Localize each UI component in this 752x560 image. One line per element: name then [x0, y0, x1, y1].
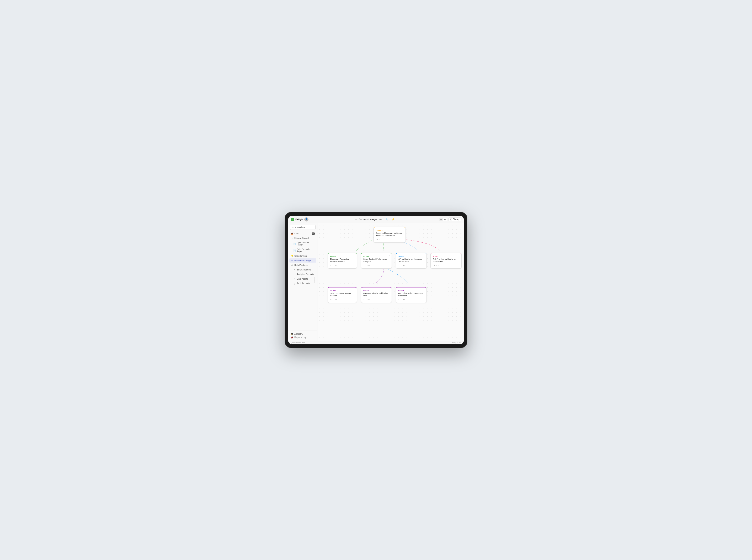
app-logo: D — [291, 218, 294, 221]
status-bar: Quick Menu ⌘+K Delight 2.1 — [288, 341, 464, 344]
card-tag-opp: OPP-321 — [376, 229, 403, 231]
card-sp-321[interactable]: SP-321 Risk Analytics for Blockchain Tra… — [430, 253, 462, 268]
card-tag-da-b: DA-321 — [363, 289, 389, 292]
card-stat-down: ↓ 12 — [367, 299, 370, 301]
card-stat-down: ↓ 12 — [334, 264, 337, 266]
mission-control-icon: ✦ — [291, 237, 293, 239]
opportunities-icon: 💡 — [291, 255, 293, 257]
sidebar-item-tech-products[interactable]: △ Tech Products — [289, 281, 316, 285]
display-button[interactable]: ◫ Display — [448, 218, 461, 221]
sidebar-item-report-bug[interactable]: 🐞 Report a bug — [290, 336, 315, 339]
bug-icon: 🐞 — [291, 336, 293, 339]
card-title-tp: API for Blockchain Insurance Transaction… — [398, 258, 424, 263]
report-bug-label: Report a bug — [294, 336, 306, 339]
top-bar-left: D Delight 👤 — [291, 217, 312, 221]
card-da-321-a[interactable]: DA-321 Smart Contract Execution Records … — [328, 287, 357, 303]
sidebar-item-opportunities-report[interactable]: 📄 Opportunities Report — [289, 241, 316, 247]
data-assets-icon: ○ — [293, 278, 296, 280]
card-footer-sp: ↑ 1 ↓ 12 — [433, 264, 459, 266]
card-stat-up: ↑ 1 — [363, 264, 366, 266]
grid-view-button[interactable]: ▦ — [439, 218, 443, 221]
card-ap-321-a[interactable]: AP-321 Blockchain Transaction Analysis P… — [328, 253, 357, 268]
more-options-button[interactable]: ··· — [378, 217, 383, 222]
display-label: Display — [452, 218, 460, 220]
main-layout: ＋ + New Item 📥 Inbox 00 ✦ Mission Contro… — [288, 223, 464, 341]
sidebar: ＋ + New Item 📥 Inbox 00 ✦ Mission Contro… — [288, 223, 317, 341]
canvas-area[interactable]: OPP-321 Exploring Blockchain for Secure … — [317, 223, 464, 341]
list-view-button[interactable]: ▩ — [443, 218, 447, 221]
business-lineage-label: Business Lineage — [294, 259, 311, 262]
top-bar-center: ⊹ Business Lineage ··· 🔍 ⚡ — [312, 217, 439, 222]
filter-button[interactable]: ⚡ — [391, 217, 395, 222]
card-opp-321[interactable]: OPP-321 Exploring Blockchain for Secure … — [373, 227, 406, 243]
sidebar-item-smart-products[interactable]: ○ Smart Products — [289, 267, 316, 272]
card-footer-ap-a: ↑ 1 ↓ 12 — [330, 264, 354, 266]
card-tag-ap-b: AP-321 — [363, 255, 389, 257]
card-title-da-b: Customer Identity Verification Data — [363, 292, 389, 297]
top-bar: D Delight 👤 ⊹ Business Lineage ··· 🔍 ⚡ ▦… — [288, 216, 464, 223]
sidebar-item-business-lineage[interactable]: ⊹ Business Lineage — [289, 258, 316, 263]
card-footer-ap-b: ↑ 1 ↓ 12 — [363, 264, 389, 266]
more-options-ap-b[interactable]: ··· — [389, 255, 390, 257]
card-stat-up: ↑ 1 — [398, 264, 401, 266]
sidebar-item-mission-control[interactable]: ✦ Mission Control — [289, 236, 316, 240]
academy-icon: 🎓 — [291, 333, 293, 335]
breadcrumb-title: Business Lineage — [359, 218, 377, 221]
card-title-sp: Risk Analytics for Blockchain Transactio… — [433, 258, 459, 263]
data-products-icon: ◎ — [291, 264, 293, 266]
card-title-da-a: Smart Contract Execution Records — [330, 292, 354, 297]
card-footer-da-c: ↑ 1 ↓ 12 — [398, 299, 424, 301]
quick-menu-label: Quick Menu ⌘+K — [291, 342, 306, 344]
sidebar-collapse-handle[interactable]: ‹ — [314, 277, 315, 283]
device-screen: D Delight 👤 ⊹ Business Lineage ··· 🔍 ⚡ ▦… — [288, 216, 464, 344]
display-icon: ◫ — [450, 218, 452, 220]
sidebar-item-analytics-products[interactable]: ○ Analytics Products — [289, 272, 316, 276]
sidebar-item-inbox[interactable]: 📥 Inbox 00 — [289, 232, 316, 236]
more-options-da-c[interactable]: ··· — [424, 289, 425, 291]
sidebar-item-academy[interactable]: 🎓 Academy — [290, 332, 315, 336]
card-stat-down: ↓ 12 — [367, 264, 370, 266]
new-item-button[interactable]: ＋ + New Item — [290, 225, 315, 230]
plus-icon: ＋ — [292, 226, 294, 229]
device-frame: D Delight 👤 ⊹ Business Lineage ··· 🔍 ⚡ ▦… — [285, 212, 467, 348]
sidebar-item-data-products[interactable]: ◎ Data Products — [289, 263, 316, 267]
card-stat-up: ↑ 1 — [330, 264, 332, 266]
user-avatar: 👤 — [304, 217, 308, 221]
sidebar-item-opportunities[interactable]: 💡 Opportunities — [289, 254, 316, 258]
data-products-label: Data Products — [294, 264, 307, 266]
card-stat-up: ↑ 1 — [433, 264, 435, 266]
card-footer-opp: ↑ 1 ↓ 12 — [376, 239, 403, 240]
mission-control-label: Mission Control — [294, 237, 309, 239]
report2-icon: 📄 — [293, 249, 296, 252]
data-assets-label: Data Assets — [297, 278, 308, 280]
search-button[interactable]: 🔍 — [385, 217, 389, 222]
card-stat-down: ↓ 12 — [402, 299, 405, 301]
sidebar-top: ＋ + New Item — [288, 223, 317, 232]
card-stat-up: ↑ 1 — [363, 299, 366, 301]
smart-products-icon: ○ — [293, 268, 296, 271]
card-footer-da-a: ↑ 1 ↓ 12 — [330, 299, 354, 301]
tech-products-label: Tech Products — [297, 282, 310, 284]
card-stat-down: ↓ 12 — [379, 239, 382, 240]
sidebar-item-data-products-report[interactable]: 📄 Data Products Report — [289, 247, 316, 254]
card-stat-down: ↓ 12 — [436, 264, 439, 266]
data-products-report-label: Data Products Report — [297, 248, 315, 253]
card-da-321-c[interactable]: ··· DA-321 Fraudulent Activity Reports o… — [396, 287, 427, 303]
card-tag-ap-a: AP-321 — [330, 255, 354, 257]
card-title-opp: Exploring Blockchain for Secure Insuranc… — [376, 232, 403, 237]
inbox-label: Inbox — [294, 233, 300, 235]
top-bar-right: ▦ ▩ ◫ Display — [439, 218, 461, 221]
card-stat-down: ↓ 12 — [402, 264, 405, 266]
view-toggle: ▦ ▩ — [439, 218, 447, 221]
card-tag-tp: TP-321 — [398, 255, 424, 257]
card-tp-321[interactable]: TP-321 API for Blockchain Insurance Tran… — [396, 253, 427, 268]
inbox-badge: 00 — [312, 233, 315, 235]
card-title-ap-a: Blockchain Transaction Analysis Platform — [330, 258, 354, 263]
card-tag-da-a: DA-321 — [330, 289, 354, 292]
card-stat-down: ↓ 12 — [334, 299, 337, 301]
card-ap-321-b[interactable]: ··· AP-321 Smart Contract Performance An… — [361, 253, 392, 268]
sidebar-item-data-assets[interactable]: ○ Data Assets — [289, 277, 316, 281]
card-da-321-b[interactable]: DA-321 Customer Identity Verification Da… — [361, 287, 392, 303]
version-label: Delight 2.1 — [452, 342, 461, 344]
inbox-icon: 📥 — [291, 233, 293, 235]
